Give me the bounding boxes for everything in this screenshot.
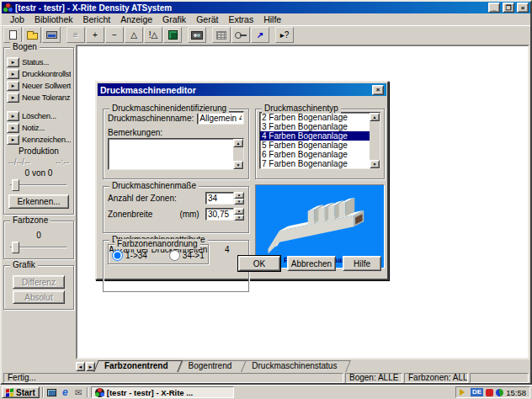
- triangle-alert-button[interactable]: !△: [144, 27, 162, 43]
- menu-anzeige[interactable]: Anzeige: [115, 13, 157, 25]
- key-icon: [235, 32, 247, 38]
- zones-input[interactable]: [205, 192, 234, 205]
- list-item[interactable]: 6 Farben Bogenanlage: [260, 150, 370, 159]
- scroll-up-icon[interactable]: ▲: [370, 113, 380, 121]
- differenz-button[interactable]: Differenz: [13, 275, 65, 289]
- spin-up-icon[interactable]: ▲: [234, 208, 244, 215]
- patch-button[interactable]: [163, 27, 182, 43]
- press-type-listbox[interactable]: 2 Farben Bogenanlage 3 Farben Bogenanlag…: [259, 112, 380, 169]
- radio-icon[interactable]: [112, 250, 123, 261]
- dialog-title: Druckmaschineneditor: [100, 85, 372, 95]
- arrow-icon[interactable]: ▸: [7, 123, 19, 133]
- ok-button[interactable]: OK: [238, 256, 280, 271]
- help-button[interactable]: Hilfe: [343, 256, 381, 271]
- press-3d-graphic: [258, 187, 382, 254]
- arrow-icon[interactable]: ▸: [7, 135, 19, 145]
- tray-status-icon-globe[interactable]: [496, 389, 503, 396]
- keyboard-layout-indicator[interactable]: DE: [471, 388, 483, 396]
- farbzone-slider[interactable]: [10, 242, 67, 253]
- slider-thumb[interactable]: [12, 179, 19, 191]
- sidebar-item-neuer-sollwert[interactable]: ▸ Neuer Sollwert...: [7, 80, 71, 91]
- arrow-icon[interactable]: ▸: [7, 57, 19, 67]
- menu-geraet[interactable]: Gerät: [191, 13, 223, 25]
- scroll-up-icon[interactable]: ▲: [233, 139, 243, 147]
- list-scrollbar[interactable]: ▲ ▼: [370, 113, 380, 168]
- spin-down-icon[interactable]: ▼: [234, 215, 244, 221]
- press-setup-button[interactable]: [42, 27, 61, 43]
- sidebar-item-neue-toleranz[interactable]: ▸ Neue Toleranz...: [7, 92, 71, 103]
- toolbar-separator: [61, 27, 66, 43]
- open-button[interactable]: [23, 27, 41, 43]
- remove-button[interactable]: −: [105, 27, 124, 43]
- tab-scroll-left-button[interactable]: ◄: [76, 362, 85, 371]
- key-button[interactable]: [231, 27, 250, 43]
- arrow-icon[interactable]: ▸: [7, 111, 19, 121]
- sidebar-item-loeschen[interactable]: ▸ Löschen...: [7, 110, 71, 121]
- sidebar-item-kennzeichen[interactable]: ▸ Kennzeichen...: [7, 134, 71, 145]
- tray-status-icon-red[interactable]: [486, 389, 493, 396]
- minimize-button[interactable]: _: [488, 3, 500, 13]
- zone-order-radio-1[interactable]: 1->34: [112, 250, 147, 261]
- tab-bogentrend[interactable]: Bogentrend: [180, 360, 244, 372]
- tab-strip: ◄ ► Farbzonentrend Bogentrend Druckmasch…: [2, 359, 530, 372]
- cancel-button[interactable]: Abbrechen: [287, 256, 336, 271]
- task-button-xrite[interactable]: [testr - testr] - X-Rite ...: [91, 386, 234, 398]
- show-desktop-icon[interactable]: [46, 387, 57, 397]
- scroll-down-icon[interactable]: ▼: [370, 160, 380, 168]
- menu-extras[interactable]: Extras: [223, 13, 258, 25]
- grid-button[interactable]: [212, 27, 231, 43]
- radio-icon[interactable]: [169, 250, 180, 261]
- menu-hilfe[interactable]: Hilfe: [258, 13, 286, 25]
- zone-order-group: Farbzonenanordnung 1->34 34->1: [108, 244, 209, 264]
- menu-grafik[interactable]: Grafik: [157, 13, 191, 25]
- spin-down-icon[interactable]: ▼: [234, 199, 244, 205]
- context-help-button[interactable]: ▸?: [275, 27, 294, 43]
- scroll-down-icon[interactable]: ▼: [233, 161, 243, 169]
- close-button[interactable]: ×: [517, 3, 529, 13]
- list-item[interactable]: 5 Farben Bogenanlage: [260, 141, 370, 150]
- sidebar: Bogen ▸ Status... ▸ Druckkontrollstreife…: [2, 44, 76, 359]
- start-button[interactable]: Start: [2, 386, 40, 398]
- sidebar-item-label: Notiz...: [22, 123, 45, 132]
- arrow-icon[interactable]: ▸: [7, 69, 19, 79]
- sidebar-item-notiz[interactable]: ▸ Notiz...: [7, 122, 71, 133]
- sidebar-item-druckkontrollstreifen[interactable]: ▸ Druckkontrollstreifen...: [7, 68, 71, 79]
- remarks-textarea[interactable]: [108, 138, 244, 170]
- zone-width-input[interactable]: [205, 208, 234, 221]
- list-item-selected[interactable]: 4 Farben Bogenanlage: [260, 131, 370, 141]
- list-item[interactable]: 7 Farben Bogenanlage: [260, 159, 370, 168]
- add-button[interactable]: +: [86, 27, 104, 43]
- spin-up-icon[interactable]: ▲: [234, 192, 244, 199]
- restore-button[interactable]: ❐: [503, 3, 514, 13]
- ident-group: Druckmaschinenidentifizierung Druckmasch…: [103, 109, 249, 179]
- typ-group: Druckmaschinentyp 2 Farben Bogenanlage 3…: [255, 109, 385, 179]
- status-message: Fertig...: [3, 373, 343, 383]
- internet-explorer-icon[interactable]: e: [60, 387, 71, 397]
- sheet-slider[interactable]: [10, 179, 67, 191]
- list-item[interactable]: 3 Farben Bogenanlage: [260, 122, 370, 131]
- menu-bericht[interactable]: Bericht: [77, 13, 115, 25]
- menu-job[interactable]: Job: [5, 13, 29, 25]
- taskbar-separator: [42, 387, 44, 397]
- arrow-icon[interactable]: ▸: [7, 93, 19, 103]
- menu-bibliothek[interactable]: Bibliothek: [29, 13, 78, 25]
- tab-druckmaschinenstatus[interactable]: Druckmaschinenstatus: [243, 360, 348, 372]
- list-item[interactable]: 2 Farben Bogenanlage: [260, 113, 370, 122]
- new-document-button[interactable]: [3, 27, 22, 43]
- mail-icon[interactable]: ✉: [73, 387, 84, 397]
- remarks-scrollbar[interactable]: ▲ ▼: [233, 139, 243, 169]
- arrow-icon[interactable]: ▸: [7, 81, 19, 91]
- sidebar-item-status[interactable]: ▸ Status...: [7, 56, 71, 67]
- windows-flag-icon: [6, 388, 13, 396]
- measure-button[interactable]: [188, 27, 206, 43]
- absolut-button[interactable]: Absolut: [13, 290, 65, 304]
- erkennen-button[interactable]: Erkennen...: [8, 194, 69, 209]
- dialog-close-button[interactable]: ×: [372, 85, 384, 95]
- tab-farbzonentrend[interactable]: Farbzonentrend: [96, 360, 180, 372]
- volume-icon[interactable]: [460, 389, 468, 396]
- slider-thumb[interactable]: [12, 242, 19, 253]
- triangle-button[interactable]: △: [125, 27, 143, 43]
- chart-button[interactable]: ↗: [251, 27, 269, 43]
- zone-order-radio-2[interactable]: 34->1: [169, 250, 205, 261]
- sort-button[interactable]: ≡: [66, 27, 85, 43]
